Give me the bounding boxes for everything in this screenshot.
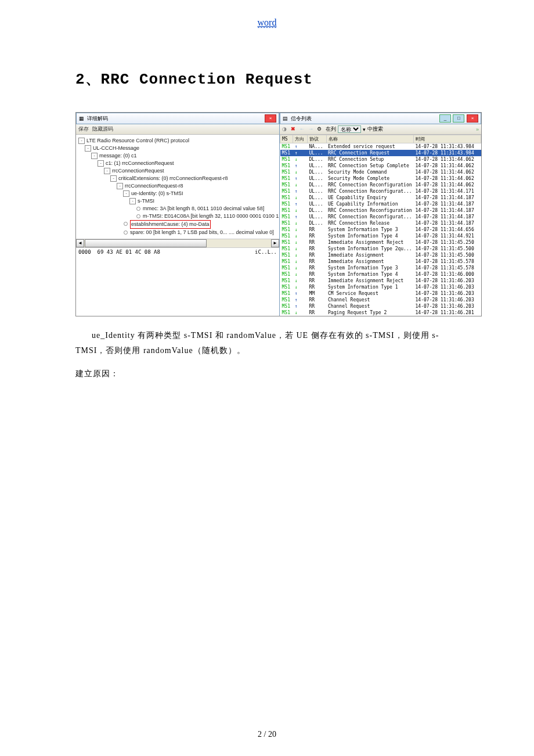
app-icon: ▦ [79, 116, 85, 121]
table-row[interactable]: MS1↑RRChannel Request14-07-28 11:31:46.2… [280, 303, 481, 309]
body-text: ue_Identity 有两种类型 s-TMSI 和 randomValue，若… [75, 328, 459, 381]
hex-ascii: iC..L.. [255, 249, 277, 255]
signal-table: MS 方向 协议 名称 时间 MS1↑NA...Extended service… [280, 135, 481, 316]
collapse-icon[interactable]: - [98, 160, 104, 167]
table-row[interactable]: MS1↑UL...UE Capability Information14-07-… [280, 201, 481, 207]
table-row[interactable]: MS1↓DL...Security Mode Command14-07-28 1… [280, 169, 481, 175]
word-link[interactable]: word [258, 17, 277, 28]
table-row[interactable]: MS1↓DL...UE Capability Enquiry14-07-28 1… [280, 195, 481, 201]
decode-titlebar: ▦ 详细解码 × [76, 113, 279, 124]
leaf-icon[interactable] [124, 231, 128, 235]
tree-node[interactable]: mmec: 3A [bit length 8, 0011 1010 decima… [78, 205, 278, 213]
tree-label: criticalExtensions: (0) rrcConnectionReq… [118, 175, 228, 182]
tree-node[interactable]: -LTE Radio Resource Control (RRC) protoc… [78, 137, 278, 145]
table-row[interactable]: MS1↑UL...RRC Connection Reconfigurat...1… [280, 214, 481, 220]
table-row[interactable]: MS1↑UL...RRC Connection Setup Complete14… [280, 163, 481, 169]
tree-node[interactable]: -c1: (1) rrcConnectionRequest [78, 160, 278, 167]
leaf-icon[interactable] [136, 207, 140, 211]
paragraph-2: 建立原因： [75, 366, 459, 381]
col-ms[interactable]: MS [280, 135, 293, 143]
scroll-right-icon[interactable]: ► [271, 239, 279, 247]
settings-icon[interactable]: ⚙ [317, 126, 324, 133]
col-time[interactable]: 时间 [414, 135, 481, 143]
table-row[interactable]: MS1↓RRSystem Information Type 414-07-28 … [280, 271, 481, 278]
col-dir[interactable]: 方向 [293, 135, 308, 143]
expand-icon[interactable]: » [476, 127, 479, 132]
tree-node[interactable]: -ue-Identity: (0) s-TMSI [78, 190, 278, 197]
close-icon[interactable]: × [467, 114, 478, 123]
table-row[interactable]: MS1↑MMCM Service Request14-07-28 11:31:4… [280, 290, 481, 297]
table-row[interactable]: MS1↓DL...RRC Connection Setup14-07-28 11… [280, 156, 481, 163]
collapse-icon[interactable]: - [117, 183, 123, 189]
collapse-icon[interactable]: - [78, 138, 85, 144]
table-row[interactable]: MS1↓RRImmediate Assignment Reject14-07-2… [280, 239, 481, 246]
back-icon[interactable]: ← [300, 126, 306, 133]
table-row[interactable]: MS1↑RRChannel Request14-07-28 11:31:46.2… [280, 297, 481, 303]
tree-node[interactable]: establishmentCause: (4) mo-Data [78, 220, 278, 229]
page-header: word [0, 17, 534, 28]
leaf-icon[interactable] [124, 222, 128, 226]
tree-label: UL-CCCH-Message [93, 145, 139, 152]
table-row[interactable]: MS1↓RRSystem Information Type 2qu...14-0… [280, 246, 481, 252]
table-row[interactable]: MS1↓RRSystem Information Type 314-07-28 … [280, 226, 481, 233]
minimize-icon[interactable]: _ [439, 114, 451, 123]
scroll-left-icon[interactable]: ◄ [76, 239, 84, 247]
tree-node[interactable]: -s-TMSI [78, 197, 278, 205]
collapse-icon[interactable]: - [85, 145, 91, 152]
col-proto[interactable]: 协议 [308, 135, 327, 143]
table-row[interactable]: MS1↓DL...RRC Connection Reconfiguration1… [280, 182, 481, 188]
tree-node[interactable]: -criticalExtensions: (0) rrcConnectionRe… [78, 175, 278, 182]
collapse-icon[interactable]: - [91, 153, 98, 159]
tree-node[interactable]: -message: (0) c1 [78, 152, 278, 160]
forward-icon[interactable]: → [308, 126, 315, 133]
tree-node[interactable]: m-TMSI: E014C08A [bit length 32, 1110 00… [78, 213, 278, 220]
window-buttons: × [264, 114, 276, 123]
save-button[interactable]: 保存 [78, 125, 89, 133]
scroll-thumb[interactable] [85, 239, 207, 247]
table-row[interactable]: MS1↓RRPaging Request Type 214-07-28 11:3… [280, 309, 481, 316]
collapse-icon[interactable]: - [110, 175, 117, 182]
clear-icon[interactable]: ◑ [282, 126, 289, 133]
tree-label: LTE Radio Resource Control (RRC) protoco… [86, 137, 189, 145]
hex-addr: 0000 [78, 249, 91, 255]
collapse-icon[interactable]: - [123, 190, 129, 197]
decode-tree[interactable]: -LTE Radio Resource Control (RRC) protoc… [76, 135, 279, 239]
hide-source-button[interactable]: 隐藏源码 [92, 125, 113, 133]
search-button[interactable]: 中搜索 [367, 125, 383, 133]
tree-node[interactable]: -UL-CCCH-Message [78, 145, 278, 152]
col-name[interactable]: 名称 [326, 135, 414, 143]
tree-node[interactable]: -rrcConnectionRequest [78, 167, 278, 175]
maximize-icon[interactable]: □ [453, 114, 464, 123]
column-select[interactable]: 名称 [338, 125, 361, 133]
tree-label: message: (0) c1 [99, 152, 137, 160]
table-row[interactable]: MS1↓RRImmediate Assignment14-07-28 11:31… [280, 252, 481, 258]
table-row[interactable]: MS1↓RRSystem Information Type 314-07-28 … [280, 265, 481, 271]
hex-view: 0000 69 43 AE 01 4C 08 A8 iC..L.. [76, 247, 279, 257]
close-icon[interactable]: × [265, 114, 276, 123]
list-title: 信令列表 [291, 115, 312, 123]
hex-bytes: 69 43 AE 01 4C 08 A8 [98, 249, 160, 255]
table-row[interactable]: MS1↑NA...Extended service request14-07-2… [280, 143, 481, 150]
window-buttons: _ □ × [439, 114, 478, 123]
tree-label: establishmentCause: (4) mo-Data [130, 220, 211, 229]
section-heading: 2、RRC Connection Request [75, 69, 534, 89]
table-row[interactable]: MS1↑UL...RRC Connection Request14-07-28 … [280, 150, 481, 156]
table-row[interactable]: MS1↓DL...RRC Connection Reconfiguration1… [280, 207, 481, 214]
tree-label: ue-Identity: (0) s-TMSI [131, 190, 183, 197]
table-row[interactable]: MS1↑UL...Security Mode Complete14-07-28 … [280, 175, 481, 182]
table-row[interactable]: MS1↓DL...RRC Connection Release14-07-28 … [280, 220, 481, 226]
tree-label: spare: 00 [bit length 1, 7 LSB pad bits,… [130, 229, 274, 236]
table-row[interactable]: MS1↓RRImmediate Assignment14-07-28 11:31… [280, 258, 481, 265]
table-row[interactable]: MS1↓RRSystem Information Type 414-07-28 … [280, 233, 481, 239]
leaf-icon[interactable] [136, 214, 140, 218]
table-row[interactable]: MS1↓RRImmediate Assignment Reject14-07-2… [280, 278, 481, 284]
delete-icon[interactable]: ✖ [291, 126, 298, 133]
table-row[interactable]: MS1↓RRSystem Information Type 114-07-28 … [280, 284, 481, 290]
collapse-icon[interactable]: - [104, 168, 110, 174]
collapse-icon[interactable]: - [129, 198, 136, 204]
tree-node[interactable]: -rrcConnectionRequest-r8 [78, 182, 278, 190]
horizontal-scrollbar[interactable]: ◄ ► [76, 239, 279, 247]
tree-node[interactable]: spare: 00 [bit length 1, 7 LSB pad bits,… [78, 229, 278, 236]
tree-label: c1: (1) rrcConnectionRequest [106, 160, 174, 167]
table-row[interactable]: MS1↑UL...RRC Connection Reconfigurat...1… [280, 188, 481, 195]
